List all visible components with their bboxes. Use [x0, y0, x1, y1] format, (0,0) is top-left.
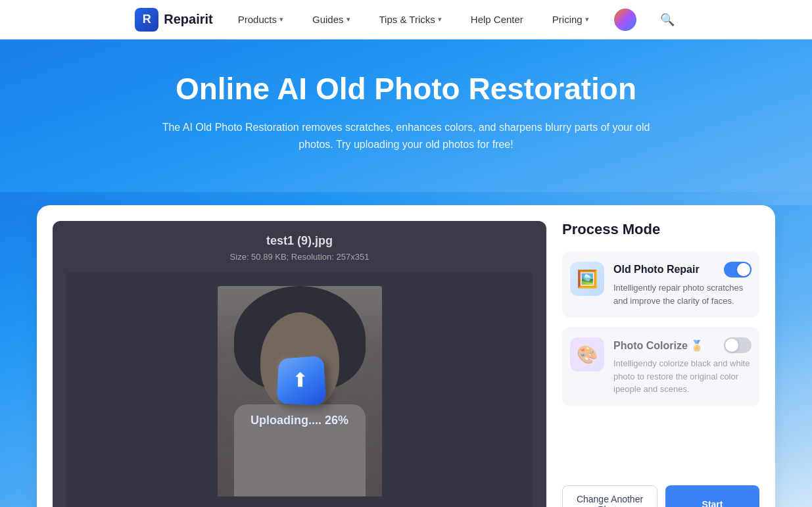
- upload-icon: ⬆: [276, 356, 326, 406]
- hero-section: Online AI Old Photo Restoration The AI O…: [0, 39, 812, 192]
- navbar: R Repairit Products ▾ Guides ▾ Tips & Tr…: [0, 0, 812, 39]
- old-photo-repair-toggle[interactable]: [724, 262, 752, 278]
- logo[interactable]: R Repairit: [135, 8, 212, 32]
- user-avatar[interactable]: [614, 9, 636, 31]
- mode-colorize-name: Photo Colorize 🏅: [613, 339, 704, 352]
- nav-item-pricing[interactable]: Pricing ▾: [548, 11, 593, 28]
- mode-colorize-description: Intelligendy colorize black and white ph…: [613, 357, 752, 396]
- photo-meta: Size: 50.89 KB; Resolution: 257x351: [230, 252, 370, 262]
- chevron-down-icon: ▾: [279, 15, 283, 24]
- nav-item-help[interactable]: Help Center: [467, 11, 527, 28]
- mode-repair-description: Intelligently repair photo scratches and…: [613, 281, 752, 307]
- process-mode-title: Process Mode: [562, 221, 759, 238]
- toggle-knob: [725, 339, 738, 352]
- nav-item-tips[interactable]: Tips & Tricks ▾: [375, 11, 446, 28]
- nav-label-guides: Guides: [312, 14, 344, 25]
- chevron-down-icon: ▾: [438, 15, 442, 24]
- nav-label-tips: Tips & Tricks: [379, 14, 435, 25]
- nav-item-guides[interactable]: Guides ▾: [308, 11, 354, 28]
- main-card: test1 (9).jpg Size: 50.89 KB; Resolution…: [37, 205, 775, 507]
- upload-status: Uploading.... 26%: [251, 414, 348, 427]
- hero-subtitle: The AI Old Photo Restoration removes scr…: [150, 119, 663, 153]
- logo-icon: R: [135, 8, 158, 32]
- photo-colorize-toggle[interactable]: [724, 337, 752, 353]
- premium-badge: 🏅: [690, 340, 704, 351]
- chevron-down-icon: ▾: [585, 15, 589, 24]
- toggle-knob: [737, 263, 750, 276]
- photo-preview-container: ⬆ Uploading.... 26%: [66, 272, 533, 507]
- mode-repair-content: Old Photo Repair Intelligently repair ph…: [613, 262, 752, 307]
- colorize-icon: 🎨: [570, 337, 604, 372]
- mode-colorize-header: Photo Colorize 🏅: [613, 337, 752, 353]
- mode-repair-name: Old Photo Repair: [613, 264, 700, 276]
- upload-overlay: ⬆ Uploading.... 26%: [66, 272, 533, 507]
- repair-icon: 🖼️: [570, 262, 604, 296]
- search-icon[interactable]: 🔍: [657, 10, 677, 30]
- photo-upload-area[interactable]: test1 (9).jpg Size: 50.89 KB; Resolution…: [53, 221, 546, 507]
- mode-colorize-content: Photo Colorize 🏅 Intelligendy colorize b…: [613, 337, 752, 396]
- process-panel: Process Mode 🖼️ Old Photo Repair Intelli…: [562, 221, 759, 507]
- nav-item-products[interactable]: Products ▾: [234, 11, 287, 28]
- chevron-down-icon: ▾: [346, 15, 350, 24]
- mode-item-repair: 🖼️ Old Photo Repair Intelligently repair…: [562, 251, 759, 318]
- nav-label-products: Products: [238, 14, 277, 25]
- nav-label-pricing: Pricing: [552, 14, 583, 25]
- nav-label-help: Help Center: [471, 14, 523, 25]
- photo-filename: test1 (9).jpg: [266, 234, 333, 248]
- logo-text: Repairit: [164, 12, 212, 27]
- change-another-photo-button[interactable]: Change Another Photo: [562, 485, 657, 507]
- start-button[interactable]: Start: [665, 485, 759, 507]
- mode-item-colorize: 🎨 Photo Colorize 🏅 Intelligendy colorize…: [562, 327, 759, 406]
- hero-title: Online AI Old Photo Restoration: [13, 71, 799, 107]
- mode-repair-header: Old Photo Repair: [613, 262, 752, 278]
- panel-bottom-buttons: Change Another Photo Start: [562, 472, 759, 507]
